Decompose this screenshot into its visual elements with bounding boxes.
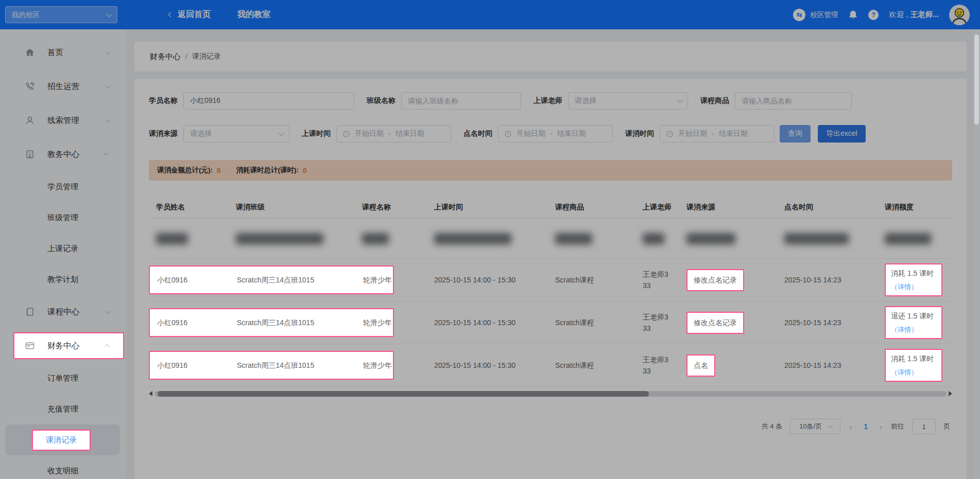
clock-icon [504, 130, 512, 138]
detail-link[interactable]: （详情） [891, 367, 936, 378]
cell-quota-highlight: 退还 1.5 课时 （详情） [885, 306, 942, 340]
scroll-left-arrow-icon[interactable] [149, 391, 152, 396]
sidebar-item-finance-center[interactable]: 财务中心 [13, 332, 124, 359]
sidebar-item-student-management[interactable]: 学员管理 [0, 171, 125, 202]
summary-bar: 课消金额总计(元): 0 消耗课时总计(课时): 0 [149, 160, 952, 181]
consume-time-range-picker[interactable]: 开始日期 - 结束日期 [660, 125, 775, 143]
cell-course: 轮滑少年 [363, 275, 435, 286]
chevron-down-icon [107, 11, 112, 16]
current-page[interactable]: 1 [861, 422, 871, 431]
class-time-range-picker[interactable]: 开始日期 - 结束日期 [336, 125, 451, 143]
sidebar-item-income-expense-details[interactable]: 收支明细 [0, 455, 125, 479]
back-home-link[interactable]: 返回首页 [169, 9, 211, 20]
redacted-cell [434, 233, 511, 244]
campus-selector[interactable]: 我的校区 [5, 6, 117, 23]
breadcrumb-separator: / [185, 52, 187, 61]
export-excel-button[interactable]: 导出excel [818, 125, 866, 143]
sidebar-item-class-management[interactable]: 班级管理 [0, 202, 125, 233]
cell-source-highlight: 修改点名记录 [686, 269, 744, 291]
rollcall-time-range-picker[interactable]: 开始日期 - 结束日期 [498, 125, 613, 143]
search-button[interactable]: 查询 [780, 125, 811, 143]
sidebar-item-teaching-plan[interactable]: 教学计划 [0, 264, 125, 295]
cell-product: Scratch课程 [555, 317, 643, 328]
pagination: 共 4 条 10条/页 ‹ 1 › 前往 页 [149, 419, 952, 434]
table-row[interactable]: 小红0916 Scratch周三14点班1015 轮滑少年 2025-10-15… [149, 259, 952, 301]
horizontal-scrollbar-thumb[interactable] [158, 391, 649, 397]
cell-product: Scratch课程 [555, 275, 643, 286]
table-row[interactable]: 小红0916 Scratch周三14点班1015 轮滑少年 2025-10-15… [149, 301, 952, 344]
campus-manage-button[interactable]: ⇆ 校区管理 [793, 9, 838, 21]
row-highlight-group: 小红0916 Scratch周三14点班1015 轮滑少年 [149, 265, 394, 294]
page-size-select[interactable]: 10条/页 [790, 419, 840, 434]
chevron-down-icon [105, 117, 110, 122]
clock-icon [342, 130, 350, 138]
detail-link[interactable]: （详情） [891, 282, 936, 292]
notification-bell-icon[interactable] [848, 10, 858, 20]
prev-page-button[interactable]: ‹ [848, 422, 853, 431]
cell-course: 轮滑少年 [363, 360, 435, 371]
building-icon [25, 149, 35, 159]
redacted-cell [555, 233, 592, 244]
table-row[interactable]: 小红0916 Scratch周三14点班1015 轮滑少年 2025-10-15… [149, 344, 952, 387]
chevron-down-icon [828, 423, 832, 428]
goto-page-input[interactable] [912, 419, 936, 434]
vertical-scrollbar[interactable] [973, 29, 980, 479]
scroll-right-arrow-icon[interactable] [949, 391, 952, 396]
topbar-right: ⇆ 校区管理 ? 欢迎 , 王老师... [793, 5, 980, 25]
product-input[interactable] [735, 92, 852, 110]
teacher-select[interactable]: 请选择 [568, 92, 688, 110]
sidebar-item-course-center[interactable]: 课程中心 [0, 295, 125, 329]
row-highlight-group: 小红0916 Scratch周三14点班1015 轮滑少年 [149, 351, 394, 380]
student-name-input[interactable] [183, 92, 354, 110]
detail-link[interactable]: （详情） [891, 325, 936, 335]
user-icon [25, 115, 35, 126]
sidebar-item-home[interactable]: 首页 [0, 36, 125, 69]
class-time-filter: 上课时间 开始日期 - 结束日期 [302, 125, 451, 143]
horizontal-scrollbar [149, 390, 952, 397]
quota-text: 退还 1.5 课时 [891, 311, 936, 322]
phone-icon [25, 81, 35, 92]
cell-rollcall-time: 2025-10-15 14:23 [784, 275, 885, 286]
help-icon[interactable]: ? [868, 10, 879, 20]
sidebar-item-lesson-records[interactable]: 上课记录 [0, 233, 125, 264]
sidebar-item-consume-records[interactable]: 课消记录 [5, 424, 120, 455]
topbar: 我的校区 返回首页 我的教室 ⇆ 校区管理 ? 欢迎 , 王老师... [0, 0, 980, 29]
sidebar-item-leads[interactable]: 线索管理 [0, 103, 125, 137]
quota-text: 消耗 1.5 课时 [891, 353, 936, 364]
chevron-up-icon [104, 152, 109, 157]
cell-student: 小红0916 [157, 275, 237, 286]
consume-records-panel: 学员名称 班级名称 上课老师 请选择 课程商品 课消来源 [134, 79, 967, 479]
goto-label: 前往 [891, 422, 904, 431]
sidebar-item-recharge-management[interactable]: 充值管理 [0, 394, 125, 424]
cell-product: Scratch课程 [555, 360, 643, 371]
filter-row-1: 学员名称 班级名称 上课老师 请选择 课程商品 [149, 92, 952, 110]
redacted-cell [686, 233, 735, 244]
pagination-total: 共 4 条 [762, 422, 782, 431]
sidebar-item-recruiting[interactable]: 招生运营 [0, 69, 125, 103]
breadcrumb-section[interactable]: 财务中心 [150, 52, 181, 62]
main-content: 财务中心 / 课消记录 学员名称 班级名称 上课老师 请选择 课程商品 [125, 29, 973, 479]
chevron-up-icon [105, 344, 110, 349]
consume-source-select[interactable]: 请选择 [183, 125, 289, 143]
sidebar-item-academic-center[interactable]: 教务中心 [0, 137, 125, 171]
home-icon [25, 47, 35, 58]
class-name-input[interactable] [401, 92, 521, 110]
consume-records-highlight[interactable]: 课消记录 [32, 430, 91, 451]
username: 王老师... [910, 10, 939, 19]
chevron-down-icon [105, 309, 110, 314]
campus-selector-value: 我的校区 [12, 10, 40, 20]
sidebar-item-order-management[interactable]: 订单管理 [0, 363, 125, 394]
hours-total-label: 消耗课时总计(课时): [236, 166, 299, 175]
horizontal-scrollbar-track[interactable] [154, 391, 947, 397]
my-classroom-link[interactable]: 我的教室 [237, 9, 270, 20]
cell-class: Scratch周三14点班1015 [237, 317, 363, 328]
vertical-scrollbar-thumb[interactable] [974, 34, 979, 125]
avatar[interactable] [949, 5, 970, 25]
cell-class: Scratch周三14点班1015 [237, 275, 363, 286]
redacted-cell [885, 233, 931, 244]
next-page-button[interactable]: › [879, 422, 883, 431]
class-name-filter: 班级名称 [367, 92, 521, 110]
cell-teacher: 王老师333 [643, 269, 677, 292]
page-suffix: 页 [943, 422, 950, 431]
welcome-text: 欢迎 , 王老师... [889, 10, 939, 20]
